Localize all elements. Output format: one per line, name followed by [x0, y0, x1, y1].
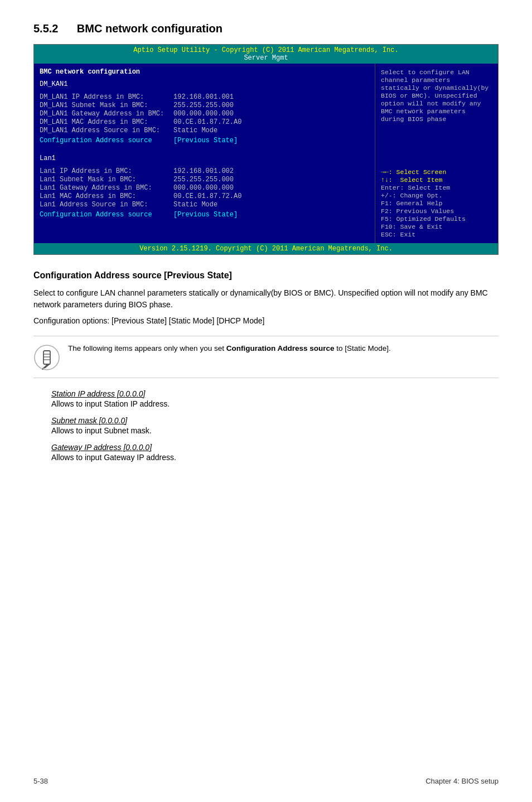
- bios-config-row-2: Configuration Address source [Previous S…: [40, 211, 369, 219]
- section-title: BMC network configuration: [77, 22, 223, 35]
- bios-section-lan1: Lan1: [40, 154, 369, 162]
- description-para2: Configuration options: [Previous State] …: [33, 315, 499, 327]
- table-row: Lan1 IP Address in BMC: 192.168.001.002: [40, 167, 369, 175]
- table-row: Lan1 MAC Address in BMC: 00.CE.01.87.72.…: [40, 192, 369, 200]
- footer-page-number: 5-38: [33, 777, 48, 785]
- footer-chapter: Chapter 4: BIOS setup: [425, 777, 499, 785]
- table-row: Lan1 Address Source in BMC: Static Mode: [40, 201, 369, 209]
- bios-terminal-box: Aptio Setup Utility - Copyright (C) 2011…: [33, 44, 499, 255]
- bios-header: Aptio Setup Utility - Copyright (C) 2011…: [34, 45, 498, 64]
- bios-left-panel: BMC network configuration DM_KAN1 DM_LAN…: [34, 64, 375, 243]
- bios-shortcut-esc: ESC: Exit: [381, 231, 492, 238]
- section-heading: 5.5.2 BMC network configuration: [33, 22, 499, 35]
- item-desc-2: Allows to input Subnet mask.: [51, 426, 499, 435]
- table-row: Lan1 Gateway Address in BMC: 000.000.000…: [40, 184, 369, 192]
- bios-footer: Version 2.15.1219. Copyright (C) 2011 Am…: [34, 243, 498, 254]
- table-row: DM_LAN1 Subnet Mask in BMC: 255.255.255.…: [40, 102, 369, 109]
- bios-shortcut-f1: F1: General Help: [381, 200, 492, 207]
- table-row: Lan1 Subnet Mask in BMC: 255.255.255.000: [40, 176, 369, 183]
- bios-shortcut-f10: F10: Save & Exit: [381, 223, 492, 230]
- bios-shortcut-f5: F5: Optimized Defaults: [381, 215, 492, 223]
- table-row: DM_LAN1 Gateway Address in BMC: 000.000.…: [40, 110, 369, 118]
- bios-help-text: Select to configure LAN: [381, 69, 492, 76]
- items-list: Station IP address [0.0.0.0] Allows to i…: [51, 389, 499, 462]
- note-box: The following items appears only when yo…: [33, 336, 499, 378]
- section-number: 5.5.2: [33, 22, 58, 35]
- description-para1: Select to configure LAN channel paramete…: [33, 287, 499, 311]
- page-footer: 5-38 Chapter 4: BIOS setup: [0, 777, 532, 785]
- subsection-heading: Configuration Address source [Previous S…: [33, 270, 499, 281]
- bios-shortcut-f2: F2: Previous Values: [381, 207, 492, 215]
- bios-right-panel: Select to configure LAN channel paramete…: [375, 64, 498, 243]
- list-item: Station IP address [0.0.0.0] Allows to i…: [51, 389, 499, 408]
- table-row: DM_LAN1 Address Source in BMC: Static Mo…: [40, 127, 369, 134]
- list-item: Subnet mask [0.0.0.0] Allows to input Su…: [51, 416, 499, 435]
- bios-shortcut-enter: Enter: Select Item: [381, 184, 492, 191]
- bios-config-row-1: Configuration Address source [Previous S…: [40, 137, 369, 144]
- item-title-1: Station IP address [0.0.0.0]: [51, 389, 499, 398]
- table-row: DM_LAN1 MAC Address in BMC: 00.CE.01.87.…: [40, 118, 369, 126]
- item-title-3: Gateway IP address [0.0.0.0]: [51, 443, 499, 452]
- svg-marker-5: [43, 364, 50, 369]
- note-text: The following items appears only when yo…: [68, 343, 391, 354]
- item-desc-3: Allows to input Gateway IP address.: [51, 453, 499, 462]
- svg-rect-1: [43, 351, 50, 364]
- bios-shortcut-change: +/-: Change Opt.: [381, 192, 492, 199]
- bios-shortcut-select-screen: →←: Select Screen: [381, 168, 492, 176]
- note-icon: [33, 344, 60, 371]
- bios-content: BMC network configuration DM_KAN1 DM_LAN…: [34, 64, 498, 243]
- item-title-2: Subnet mask [0.0.0.0]: [51, 416, 499, 425]
- table-row: DM_LAN1 IP Address in BMC: 192.168.001.0…: [40, 93, 369, 101]
- item-desc-1: Allows to input Station IP address.: [51, 399, 499, 408]
- bios-main-title: BMC network configuration: [40, 68, 369, 76]
- bios-shortcut-select-item: ↑↓: Select Item: [381, 176, 492, 183]
- list-item: Gateway IP address [0.0.0.0] Allows to i…: [51, 443, 499, 462]
- bios-section-dmkan1: DM_KAN1: [40, 80, 369, 88]
